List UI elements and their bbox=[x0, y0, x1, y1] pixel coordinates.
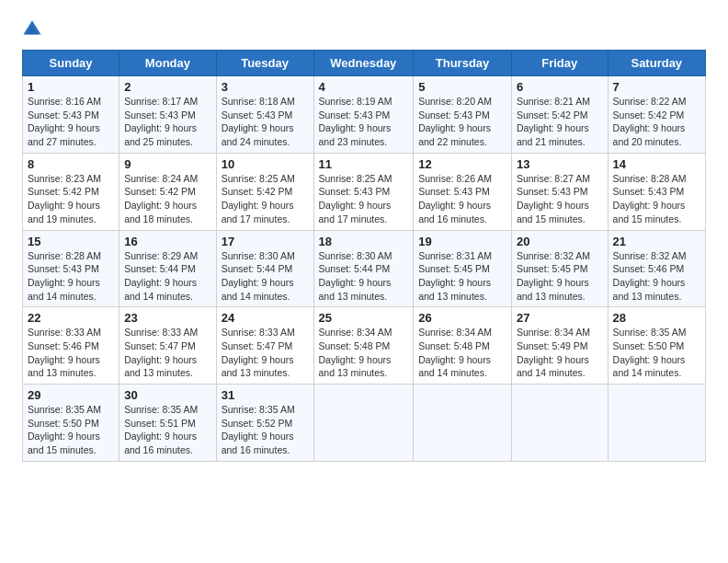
day-info: Sunrise: 8:35 AM Sunset: 5:50 PM Dayligh… bbox=[28, 403, 114, 457]
calendar-cell: 5 Sunrise: 8:20 AM Sunset: 5:43 PM Dayli… bbox=[414, 76, 512, 154]
calendar-cell bbox=[313, 385, 414, 462]
calendar-header-row: SundayMondayTuesdayWednesdayThursdayFrid… bbox=[23, 51, 706, 76]
calendar-cell: 2 Sunrise: 8:17 AM Sunset: 5:43 PM Dayli… bbox=[119, 76, 216, 154]
day-number: 29 bbox=[28, 388, 114, 402]
day-number: 6 bbox=[517, 80, 603, 94]
calendar-cell: 20 Sunrise: 8:32 AM Sunset: 5:45 PM Dayl… bbox=[511, 230, 608, 307]
day-number: 11 bbox=[319, 157, 409, 171]
day-header-thursday: Thursday bbox=[414, 51, 512, 76]
day-number: 16 bbox=[124, 235, 210, 248]
calendar-cell: 7 Sunrise: 8:22 AM Sunset: 5:42 PM Dayli… bbox=[608, 76, 705, 154]
day-number: 18 bbox=[319, 235, 409, 248]
day-number: 26 bbox=[418, 311, 506, 325]
calendar-table: SundayMondayTuesdayWednesdayThursdayFrid… bbox=[22, 50, 706, 462]
calendar-cell: 11 Sunrise: 8:25 AM Sunset: 5:43 PM Dayl… bbox=[313, 153, 414, 230]
day-info: Sunrise: 8:35 AM Sunset: 5:50 PM Dayligh… bbox=[613, 326, 700, 380]
day-info: Sunrise: 8:30 AM Sunset: 5:44 PM Dayligh… bbox=[319, 249, 409, 304]
day-number: 21 bbox=[613, 235, 700, 248]
calendar-body: 1 Sunrise: 8:16 AM Sunset: 5:43 PM Dayli… bbox=[23, 76, 706, 462]
day-number: 31 bbox=[222, 388, 309, 402]
day-header-tuesday: Tuesday bbox=[216, 51, 313, 76]
calendar-cell: 1 Sunrise: 8:16 AM Sunset: 5:43 PM Dayli… bbox=[23, 76, 119, 154]
day-number: 13 bbox=[517, 157, 603, 171]
day-info: Sunrise: 8:20 AM Sunset: 5:43 PM Dayligh… bbox=[418, 95, 506, 149]
day-info: Sunrise: 8:30 AM Sunset: 5:44 PM Dayligh… bbox=[222, 249, 309, 304]
day-info: Sunrise: 8:29 AM Sunset: 5:44 PM Dayligh… bbox=[124, 249, 210, 304]
calendar-week-row: 29 Sunrise: 8:35 AM Sunset: 5:50 PM Dayl… bbox=[23, 385, 706, 462]
day-info: Sunrise: 8:24 AM Sunset: 5:42 PM Dayligh… bbox=[124, 172, 210, 226]
calendar-cell: 21 Sunrise: 8:32 AM Sunset: 5:46 PM Dayl… bbox=[608, 230, 705, 307]
day-header-sunday: Sunday bbox=[23, 51, 119, 76]
calendar-cell: 18 Sunrise: 8:30 AM Sunset: 5:44 PM Dayl… bbox=[313, 230, 414, 307]
day-number: 5 bbox=[418, 80, 506, 94]
calendar-cell: 3 Sunrise: 8:18 AM Sunset: 5:43 PM Dayli… bbox=[216, 76, 313, 154]
day-number: 3 bbox=[222, 80, 309, 94]
day-header-saturday: Saturday bbox=[608, 51, 705, 76]
day-info: Sunrise: 8:35 AM Sunset: 5:52 PM Dayligh… bbox=[222, 403, 309, 457]
calendar-cell: 8 Sunrise: 8:23 AM Sunset: 5:42 PM Dayli… bbox=[23, 153, 119, 230]
day-info: Sunrise: 8:17 AM Sunset: 5:43 PM Dayligh… bbox=[124, 95, 210, 149]
calendar-cell: 4 Sunrise: 8:19 AM Sunset: 5:43 PM Dayli… bbox=[313, 76, 414, 154]
calendar-cell: 30 Sunrise: 8:35 AM Sunset: 5:51 PM Dayl… bbox=[119, 385, 216, 462]
day-number: 24 bbox=[222, 311, 309, 325]
day-number: 30 bbox=[124, 388, 210, 402]
day-info: Sunrise: 8:34 AM Sunset: 5:48 PM Dayligh… bbox=[319, 326, 409, 380]
calendar-cell: 27 Sunrise: 8:34 AM Sunset: 5:49 PM Dayl… bbox=[511, 307, 608, 385]
day-number: 1 bbox=[28, 80, 114, 94]
day-info: Sunrise: 8:32 AM Sunset: 5:45 PM Dayligh… bbox=[517, 249, 603, 304]
day-info: Sunrise: 8:23 AM Sunset: 5:42 PM Dayligh… bbox=[28, 172, 114, 226]
day-info: Sunrise: 8:33 AM Sunset: 5:46 PM Dayligh… bbox=[28, 326, 114, 380]
day-number: 23 bbox=[124, 311, 210, 325]
calendar-cell: 19 Sunrise: 8:31 AM Sunset: 5:45 PM Dayl… bbox=[414, 230, 512, 307]
calendar-cell: 17 Sunrise: 8:30 AM Sunset: 5:44 PM Dayl… bbox=[216, 230, 313, 307]
calendar-cell bbox=[414, 385, 512, 462]
logo bbox=[22, 18, 46, 39]
calendar-cell: 23 Sunrise: 8:33 AM Sunset: 5:47 PM Dayl… bbox=[119, 307, 216, 385]
calendar-cell: 28 Sunrise: 8:35 AM Sunset: 5:50 PM Dayl… bbox=[608, 307, 705, 385]
day-info: Sunrise: 8:31 AM Sunset: 5:45 PM Dayligh… bbox=[418, 249, 506, 304]
calendar-cell: 24 Sunrise: 8:33 AM Sunset: 5:47 PM Dayl… bbox=[216, 307, 313, 385]
day-number: 7 bbox=[613, 80, 700, 94]
day-info: Sunrise: 8:19 AM Sunset: 5:43 PM Dayligh… bbox=[319, 95, 409, 149]
day-number: 10 bbox=[222, 157, 309, 171]
day-number: 14 bbox=[613, 157, 700, 171]
calendar-week-row: 1 Sunrise: 8:16 AM Sunset: 5:43 PM Dayli… bbox=[23, 76, 706, 154]
calendar-week-row: 15 Sunrise: 8:28 AM Sunset: 5:43 PM Dayl… bbox=[23, 230, 706, 307]
day-number: 25 bbox=[319, 311, 409, 325]
day-info: Sunrise: 8:35 AM Sunset: 5:51 PM Dayligh… bbox=[124, 403, 210, 457]
day-number: 15 bbox=[28, 235, 114, 248]
calendar-cell: 26 Sunrise: 8:34 AM Sunset: 5:48 PM Dayl… bbox=[414, 307, 512, 385]
day-info: Sunrise: 8:28 AM Sunset: 5:43 PM Dayligh… bbox=[28, 249, 114, 304]
day-info: Sunrise: 8:28 AM Sunset: 5:43 PM Dayligh… bbox=[613, 172, 700, 226]
day-header-wednesday: Wednesday bbox=[313, 51, 414, 76]
calendar-cell: 12 Sunrise: 8:26 AM Sunset: 5:43 PM Dayl… bbox=[414, 153, 512, 230]
day-number: 2 bbox=[124, 80, 210, 94]
calendar-week-row: 22 Sunrise: 8:33 AM Sunset: 5:46 PM Dayl… bbox=[23, 307, 706, 385]
day-number: 27 bbox=[517, 311, 603, 325]
day-info: Sunrise: 8:32 AM Sunset: 5:46 PM Dayligh… bbox=[613, 249, 700, 304]
day-header-monday: Monday bbox=[119, 51, 216, 76]
day-number: 8 bbox=[28, 157, 114, 171]
day-number: 12 bbox=[418, 157, 506, 171]
calendar-cell: 14 Sunrise: 8:28 AM Sunset: 5:43 PM Dayl… bbox=[608, 153, 705, 230]
calendar-cell: 22 Sunrise: 8:33 AM Sunset: 5:46 PM Dayl… bbox=[23, 307, 119, 385]
day-number: 22 bbox=[28, 311, 114, 325]
day-header-friday: Friday bbox=[511, 51, 608, 76]
day-info: Sunrise: 8:21 AM Sunset: 5:42 PM Dayligh… bbox=[517, 95, 603, 149]
calendar-cell: 29 Sunrise: 8:35 AM Sunset: 5:50 PM Dayl… bbox=[23, 385, 119, 462]
calendar-cell: 13 Sunrise: 8:27 AM Sunset: 5:43 PM Dayl… bbox=[511, 153, 608, 230]
day-info: Sunrise: 8:34 AM Sunset: 5:48 PM Dayligh… bbox=[418, 326, 506, 380]
day-info: Sunrise: 8:18 AM Sunset: 5:43 PM Dayligh… bbox=[222, 95, 309, 149]
calendar-cell: 9 Sunrise: 8:24 AM Sunset: 5:42 PM Dayli… bbox=[119, 153, 216, 230]
day-number: 28 bbox=[613, 311, 700, 325]
day-info: Sunrise: 8:33 AM Sunset: 5:47 PM Dayligh… bbox=[124, 326, 210, 380]
day-number: 4 bbox=[319, 80, 409, 94]
calendar-cell: 6 Sunrise: 8:21 AM Sunset: 5:42 PM Dayli… bbox=[511, 76, 608, 154]
day-number: 20 bbox=[517, 235, 603, 248]
calendar-cell: 25 Sunrise: 8:34 AM Sunset: 5:48 PM Dayl… bbox=[313, 307, 414, 385]
day-number: 17 bbox=[222, 235, 309, 248]
calendar-cell bbox=[511, 385, 608, 462]
day-info: Sunrise: 8:33 AM Sunset: 5:47 PM Dayligh… bbox=[222, 326, 309, 380]
calendar-week-row: 8 Sunrise: 8:23 AM Sunset: 5:42 PM Dayli… bbox=[23, 153, 706, 230]
day-number: 9 bbox=[124, 157, 210, 171]
